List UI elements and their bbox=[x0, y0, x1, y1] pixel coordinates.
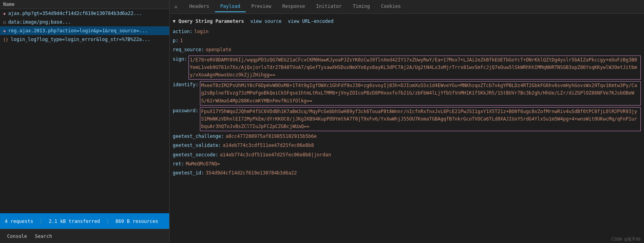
param-row: geetest_validate:a14eb774c3cdf511ee47d25… bbox=[173, 141, 641, 150]
params-container: action:loginp:1req_source:openplatesign:… bbox=[170, 27, 644, 178]
param-key: identify: bbox=[173, 81, 198, 89]
status-bar: 4 requests | 2.1 kB transferred | 869 B … bbox=[0, 213, 169, 229]
close-button[interactable]: ✕ bbox=[171, 2, 181, 11]
img-icon: ○ bbox=[3, 20, 6, 25]
preview-tab[interactable]: Preview bbox=[246, 1, 277, 12]
param-row: geetest_challenge:a8cc477208975af8198551… bbox=[173, 132, 641, 141]
param-value: openplate bbox=[205, 46, 231, 54]
param-row: p:1 bbox=[173, 36, 641, 45]
param-key: ret: bbox=[173, 160, 184, 168]
console-tab[interactable]: Console bbox=[3, 232, 31, 241]
param-key: geetest_challenge: bbox=[173, 133, 224, 140]
param-key: password: bbox=[173, 107, 198, 115]
request-name: ajax.php?gt=354d9d4cf14d2cf619e130784b3d… bbox=[8, 11, 142, 16]
resources-label: 869 B resources bbox=[116, 219, 158, 224]
xhr-icon: ◈ bbox=[3, 11, 6, 16]
param-value: login bbox=[194, 28, 209, 35]
request-name: data:image/png;base... bbox=[8, 19, 71, 25]
param-value: a8cc477208975af819855102915b5b6e bbox=[226, 133, 317, 140]
bottom-tab-bar: Console Search bbox=[0, 229, 169, 243]
name-column-header: Name bbox=[3, 2, 15, 7]
param-key: geetest_id: bbox=[173, 169, 204, 177]
param-value: 1/E78reRV8DAMY8V6Ij/wqqpPD3zQG7WEG21aCFc… bbox=[189, 56, 641, 80]
param-row: identify:MxeeT8zIM2PsUhMiY8cF6DpHvW0OxM8… bbox=[173, 80, 641, 106]
watermark: CSDN @鬼手96 bbox=[611, 236, 641, 242]
param-value: a14eb774c3cdf511ee47d25fec06e8b8 bbox=[223, 142, 314, 149]
request-item[interactable]: ◈reg.ajax.2013.php?action=login&p=1&req_… bbox=[0, 26, 169, 35]
request-list: ◈ajax.php?gt=354d9d4cf14d2cf619e130784b3… bbox=[0, 9, 169, 213]
payload-tab[interactable]: Payload bbox=[215, 1, 246, 12]
left-panel: Name ◈ajax.php?gt=354d9d4cf14d2cf619e130… bbox=[0, 0, 170, 243]
headers-tab[interactable]: Headers bbox=[184, 1, 215, 12]
main-container: Name ◈ajax.php?gt=354d9d4cf14d2cf619e130… bbox=[0, 0, 644, 243]
param-value: 1 bbox=[180, 37, 183, 45]
param-key: req_source: bbox=[173, 46, 204, 54]
js-icon: {} bbox=[3, 37, 8, 42]
initiator-tab[interactable]: Initiator bbox=[311, 1, 347, 12]
content-area: ▼ Query String Parameters view source vi… bbox=[170, 14, 644, 243]
response-tab[interactable]: Response bbox=[277, 1, 311, 12]
right-panel: ✕ Headers Payload Preview Response Initi… bbox=[170, 0, 644, 243]
divider-1: | bbox=[39, 219, 42, 224]
cookies-tab[interactable]: Cookies bbox=[375, 1, 407, 12]
top-tab-bar: ✕ Headers Payload Preview Response Initi… bbox=[170, 0, 644, 14]
param-key: geetest_seccode: bbox=[173, 151, 218, 159]
section-header: ▼ Query String Parameters view source vi… bbox=[170, 17, 644, 26]
param-row: geetest_seccode:a14eb774c3cdf511ee47d25f… bbox=[173, 150, 641, 160]
param-row: req_source:openplate bbox=[173, 45, 641, 54]
search-tab[interactable]: Search bbox=[31, 232, 56, 241]
view-source-link[interactable]: view source bbox=[250, 19, 282, 24]
param-value: 354d9d4cf14d2cf619e130784b3d6a22 bbox=[205, 169, 297, 177]
divider-2: | bbox=[106, 219, 109, 224]
param-value: a14eb774c3cdf511ee47d25fec06e8b8|jordan bbox=[220, 151, 331, 159]
param-key: geetest_validate: bbox=[173, 142, 221, 149]
param-key: sign: bbox=[173, 56, 187, 63]
param-row: geetest_id:354d9d4cf14d2cf619e130784b3d6… bbox=[173, 169, 641, 178]
request-item[interactable]: {}login_log?log_type=login_error&log_str… bbox=[0, 35, 169, 44]
left-panel-header: Name bbox=[0, 0, 169, 9]
request-count: 4 requests bbox=[5, 219, 33, 224]
request-name: reg.ajax.2013.php?action=login&p=1&req_s… bbox=[8, 28, 148, 33]
param-value: MwMeQMcD7NQ= bbox=[186, 160, 220, 168]
transferred-label: 2.1 kB transferred bbox=[49, 219, 100, 224]
request-name: login_log?log_type=login_error&log_str=%… bbox=[11, 37, 150, 42]
section-title: ▼ Query String Parameters bbox=[173, 19, 244, 24]
param-value: MxeeT8zIM2PsUhMiY8cF6DpHvW0OxM8+1T4t9gIg… bbox=[200, 81, 641, 106]
param-row: password:FpuX17Y5hWqoZJQhmP4fSC6VDdBh1K7… bbox=[173, 106, 641, 132]
timing-tab[interactable]: Timing bbox=[347, 1, 375, 12]
request-item[interactable]: ○data:image/png;base... bbox=[0, 18, 169, 26]
param-row: ret:MwMeQMcD7NQ= bbox=[173, 160, 641, 169]
param-key: p: bbox=[173, 37, 178, 45]
param-row: sign:1/E78reRV8DAMY8V6Ij/wqqpPD3zQG7WEG2… bbox=[173, 55, 641, 81]
request-item[interactable]: ◈ajax.php?gt=354d9d4cf14d2cf619e130784b3… bbox=[0, 9, 169, 18]
view-url-encoded-link[interactable]: view URL-encoded bbox=[288, 19, 334, 24]
param-key: action: bbox=[173, 28, 193, 35]
param-value: FpuX17Y5hWqoZJQhmP4fSC6VDdBh1K7aBm3cq/Mq… bbox=[200, 107, 641, 132]
xhr-icon: ◈ bbox=[3, 28, 6, 33]
param-row: action:login bbox=[173, 27, 641, 36]
